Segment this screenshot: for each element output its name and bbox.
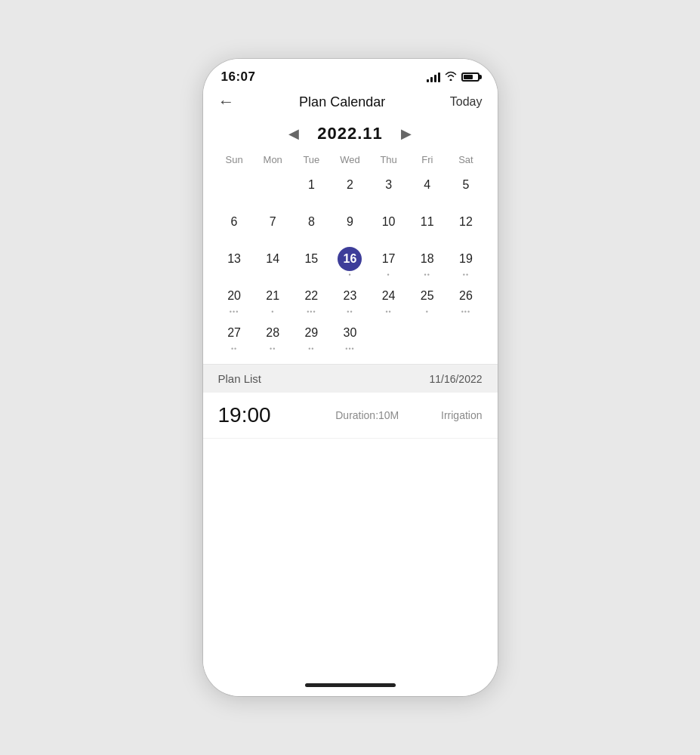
calendar-cell[interactable]: 13 — [215, 244, 254, 281]
next-month-button[interactable]: ▶ — [401, 125, 412, 142]
calendar-section: ◀ 2022.11 ▶ Sun Mon Tue Wed Thu Fri Sat … — [203, 118, 498, 364]
calendar-cell[interactable]: 8 — [292, 207, 331, 244]
cal-date-number[interactable]: 20 — [222, 284, 246, 308]
phone-frame: 16:07 ← Plan Calendar Today — [203, 59, 498, 696]
calendar-cell[interactable]: 23•• — [331, 281, 369, 318]
calendar-cell[interactable]: 27•• — [215, 318, 254, 355]
cal-date-number[interactable]: 22 — [299, 284, 323, 308]
cal-date-number[interactable]: 1 — [299, 173, 323, 197]
today-button[interactable]: Today — [450, 95, 483, 109]
cal-date-number[interactable]: 12 — [454, 210, 478, 234]
cal-date-number[interactable]: 2 — [338, 173, 362, 197]
cal-date-number[interactable]: 30 — [338, 321, 362, 345]
calendar-cell[interactable]: 18•• — [408, 244, 446, 281]
day-headers: Sun Mon Tue Wed Thu Fri Sat — [215, 153, 486, 167]
cal-date-number[interactable]: 13 — [222, 247, 246, 271]
calendar-cell[interactable]: 29•• — [292, 318, 331, 355]
status-bar: 16:07 — [203, 59, 498, 88]
cal-dots: •• — [347, 309, 353, 316]
plan-items-container: 19:00 Duration:10M Irrigation — [203, 393, 498, 439]
calendar-cell[interactable]: 7 — [254, 207, 292, 244]
calendar-cell — [369, 318, 408, 355]
calendar-cell — [446, 318, 485, 355]
day-fri: Fri — [408, 153, 446, 167]
cal-date-number[interactable]: 9 — [338, 210, 362, 234]
back-button[interactable]: ← — [218, 92, 235, 112]
calendar-cell[interactable]: 17• — [369, 244, 408, 281]
plan-type: Irrigation — [441, 409, 482, 421]
day-wed: Wed — [331, 153, 369, 167]
cal-date-number[interactable]: 5 — [454, 173, 478, 197]
calendar-grid: 12345678910111213141516•17•18••19••20•••… — [215, 170, 486, 355]
cal-date-number[interactable]: 28 — [261, 321, 285, 345]
cal-date-number — [222, 173, 246, 197]
prev-month-button[interactable]: ◀ — [288, 125, 299, 142]
cal-date-number[interactable]: 15 — [299, 247, 323, 271]
calendar-cell[interactable]: 1 — [292, 170, 331, 207]
calendar-cell[interactable]: 19•• — [446, 244, 485, 281]
battery-icon — [461, 72, 480, 82]
cal-date-number[interactable]: 23 — [338, 284, 362, 308]
calendar-cell[interactable]: 5 — [446, 170, 485, 207]
calendar-cell[interactable]: 20••• — [215, 281, 254, 318]
calendar-cell[interactable]: 26••• — [446, 281, 485, 318]
cal-date-number[interactable]: 17 — [377, 247, 401, 271]
wifi-icon — [445, 71, 457, 83]
cal-date-number[interactable]: 27 — [222, 321, 246, 345]
cal-date-number — [454, 321, 478, 345]
plan-item[interactable]: 19:00 Duration:10M Irrigation — [203, 393, 498, 439]
cal-date-number[interactable]: 16 — [338, 247, 362, 271]
cal-date-number[interactable]: 7 — [261, 210, 285, 234]
cal-date-number[interactable]: 25 — [415, 284, 439, 308]
cal-date-number[interactable]: 6 — [222, 210, 246, 234]
cal-dots: •• — [463, 272, 469, 279]
cal-dots: •• — [385, 309, 391, 316]
cal-date-number[interactable]: 8 — [299, 210, 323, 234]
cal-dots: ••• — [307, 309, 316, 316]
calendar-cell[interactable]: 30••• — [331, 318, 369, 355]
calendar-cell[interactable]: 2 — [331, 170, 369, 207]
calendar-cell[interactable]: 15 — [292, 244, 331, 281]
cal-dots: ••• — [461, 309, 470, 316]
app-header: ← Plan Calendar Today — [203, 88, 498, 118]
cal-date-number[interactable]: 21 — [261, 284, 285, 308]
cal-date-number — [415, 321, 439, 345]
home-indicator — [305, 683, 396, 687]
cal-date-number[interactable]: 3 — [377, 173, 401, 197]
cal-dots: •• — [231, 346, 237, 353]
calendar-cell[interactable]: 11 — [408, 207, 446, 244]
calendar-cell[interactable]: 6 — [215, 207, 254, 244]
calendar-cell[interactable]: 3 — [369, 170, 408, 207]
calendar-cell[interactable]: 28•• — [254, 318, 292, 355]
cal-date-number[interactable]: 10 — [377, 210, 401, 234]
day-thu: Thu — [369, 153, 408, 167]
cal-date-number[interactable]: 29 — [299, 321, 323, 345]
calendar-cell[interactable]: 24•• — [369, 281, 408, 318]
cal-date-number[interactable]: 24 — [377, 284, 401, 308]
cal-date-number[interactable]: 14 — [261, 247, 285, 271]
calendar-cell[interactable]: 9 — [331, 207, 369, 244]
cal-date-number[interactable]: 19 — [454, 247, 478, 271]
cal-date-number[interactable]: 11 — [415, 210, 439, 234]
home-indicator-area — [203, 439, 498, 696]
cal-dots: •• — [308, 346, 314, 353]
calendar-cell — [408, 318, 446, 355]
cal-date-number — [261, 173, 285, 197]
cal-date-number — [377, 321, 401, 345]
calendar-cell[interactable]: 16• — [331, 244, 369, 281]
signal-icon — [427, 72, 440, 82]
calendar-cell[interactable]: 10 — [369, 207, 408, 244]
calendar-cell[interactable]: 21• — [254, 281, 292, 318]
calendar-cell — [215, 170, 254, 207]
calendar-cell[interactable]: 22••• — [292, 281, 331, 318]
day-tue: Tue — [292, 153, 331, 167]
calendar-cell[interactable]: 14 — [254, 244, 292, 281]
cal-date-number[interactable]: 26 — [454, 284, 478, 308]
cal-dots: • — [387, 272, 390, 279]
calendar-cell[interactable]: 25• — [408, 281, 446, 318]
calendar-cell[interactable]: 4 — [408, 170, 446, 207]
calendar-cell[interactable]: 12 — [446, 207, 485, 244]
cal-date-number[interactable]: 4 — [415, 173, 439, 197]
cal-dots: •• — [270, 346, 276, 353]
cal-date-number[interactable]: 18 — [415, 247, 439, 271]
